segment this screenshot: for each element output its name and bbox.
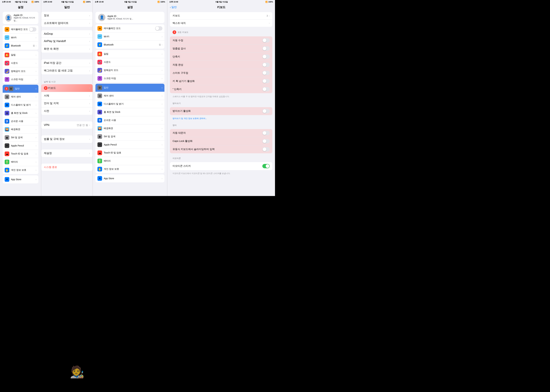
airplane-mode-1[interactable]: ✈ 에어플레인 모드 [3, 25, 38, 34]
p3-wallpaper[interactable]: 🌄 배경화면 › [95, 124, 164, 133]
touchid-item-1[interactable]: ☁ Touch ID 및 암호 › [3, 150, 38, 158]
wallpaper-item-1[interactable]: 🌄 배경화면 › [3, 126, 38, 133]
accessibility-item-1[interactable]: ♿ 손쉬운 사용 › [3, 117, 38, 126]
kb-autocomplete[interactable]: 자동 완성 [170, 61, 272, 69]
p3-bluetooth-label: Bluetooth [104, 43, 159, 46]
p3-sound-chevron: › [162, 61, 162, 63]
gen-info[interactable]: 정보 › [41, 12, 93, 20]
kb-smartpunct[interactable]: 스마트 구두점 [170, 69, 272, 77]
gen-system-btn[interactable]: 시스템 종료 [41, 164, 93, 171]
p3-battery[interactable]: 🔋 배터리 › [95, 157, 164, 165]
p3-accessibility[interactable]: ♿ 손쉬운 사용 › [95, 116, 164, 124]
wifi-item-1[interactable]: 〰 Wi-Fi › [3, 34, 38, 42]
homescreen-item-1[interactable]: ⊞ 홈 화면 및 Dock › [3, 109, 38, 117]
gen-font[interactable]: 서체 › [41, 92, 93, 100]
kb-charpreview-toggle[interactable] [262, 79, 270, 83]
display-item-1[interactable]: AA 디스플레이 및 밝기 › [3, 101, 38, 109]
p3-privacy[interactable]: ✋ 개인 정보 보호 › [95, 165, 164, 173]
kb-spellcheck[interactable]: 맞춤법 검사 [170, 44, 272, 53]
panel3-scroll[interactable]: 👤 Apple ID Apple ID, iCloud, 미디어 및... ✈ … [93, 10, 167, 196]
back-button[interactable]: ‹ 일반 [170, 6, 177, 9]
profile-row-3[interactable]: 👤 Apple ID Apple ID, iCloud, 미디어 및... [95, 12, 164, 23]
kb-smartpunct-toggle[interactable] [262, 71, 270, 75]
kb-autocorrect-toggle[interactable] [262, 38, 270, 42]
kb-autocap-toggle[interactable] [262, 131, 270, 135]
bluetooth-item-1[interactable]: ⚡ Bluetooth 컴 › [3, 42, 38, 50]
kb-keyboards-item[interactable]: 키보드 3 › [170, 12, 272, 20]
sound-item-1[interactable]: 🔊 사운드 › [3, 59, 38, 67]
kb-doubletap[interactable]: " 단축키 [170, 85, 272, 93]
gen-airdrop[interactable]: AirDrop › [41, 30, 93, 38]
general-item-1[interactable]: 1 ⚙ 일반 › [3, 85, 38, 93]
battery-item-1[interactable]: 🔋 배터리 › [3, 158, 38, 166]
kb-capslock[interactable]: Caps Lock 활성화 [170, 137, 272, 145]
p3-display[interactable]: AA 디스플레이 및 밝기 › [95, 100, 164, 108]
kb-memoji[interactable]: 미모티콘 스티커 [170, 162, 272, 170]
kb-autocap[interactable]: 자동 대문자 [170, 129, 272, 137]
gen-legal[interactable]: 법률 및 규제 정보 › [41, 135, 93, 143]
back-label[interactable]: 일반 [171, 6, 177, 9]
kb-autocomplete-toggle[interactable] [262, 63, 270, 67]
kb-doubletap-toggle[interactable] [262, 87, 270, 91]
profile-row-1[interactable]: 👤 Apple ID Apple ID, iCloud, 미디어 및... [3, 12, 38, 24]
gen-storage[interactable]: iPad 저장 공간 › [41, 59, 93, 67]
dnd-item-1[interactable]: 🌙 방해금지 모드 › [3, 67, 38, 75]
kb-slidetyping[interactable]: 유동식 키보드에서 슬라이딩하여 입력 [170, 145, 272, 153]
gen-dict[interactable]: 사전 › [41, 107, 93, 115]
status-bar-4: 오후 10:40 6월 9일 수요일 📶 100% [167, 0, 275, 4]
p3-display-icon: AA [97, 102, 102, 106]
kb-memoji-toggle[interactable] [262, 164, 270, 168]
siri-item-1[interactable]: ◉ Siri 및 검색 › [3, 133, 38, 142]
p3-touchid[interactable]: ☁ Touch ID 및 암호 › [95, 149, 164, 157]
dictation-link[interactable]: 받아쓰기 및 개인 정보 보호에 관하여... [172, 117, 207, 119]
p3-screentime-icon: ⏱ [97, 76, 102, 81]
gen-keyboard[interactable]: 2 키보드 › [41, 84, 93, 92]
p3-homescreen[interactable]: ⊞ 홈 화면 및 Dock › [95, 108, 164, 116]
appstore-item-1[interactable]: A App Store › [3, 175, 38, 183]
display-chevron-1: › [36, 104, 36, 106]
kb-spellcheck-toggle[interactable] [262, 46, 270, 51]
p3-control[interactable]: ⊞ 제어 센터 › [95, 92, 164, 100]
pencil-item-1[interactable]: ✏ Apple Pencil › [3, 142, 38, 150]
date-4: 6월 9일 수요일 [216, 1, 228, 3]
p3-pencil[interactable]: ✏ Apple Pencil › [95, 141, 164, 149]
p3-dnd[interactable]: 🌙 방해금지 모드 › [95, 66, 164, 74]
p3-appstore[interactable]: A App Store › [95, 175, 164, 182]
gen-langregion[interactable]: 언어 및 지역 › [41, 100, 93, 107]
p3-general[interactable]: ⚙ 일반 › [95, 84, 164, 92]
kb-slidetyping-toggle[interactable] [262, 147, 270, 152]
p3-bluetooth[interactable]: ⚡ Bluetooth 컴 › [95, 41, 164, 49]
status-icons-1: 📶 100% [31, 1, 39, 3]
kb-charpreview[interactable]: 키 획 넘기기 활성화 [170, 77, 272, 85]
panel2-scroll[interactable]: 정보 › 소프트웨어 업데이트 › AirDrop › AirPlay 및 Ha… [41, 10, 93, 196]
gen-vpn[interactable]: VPN 연결 안 됨 › [41, 121, 93, 129]
airplane-toggle-1[interactable] [29, 27, 36, 32]
panel1-scroll[interactable]: 👤 Apple ID Apple ID, iCloud, 미디어 및... ✈ … [0, 10, 41, 196]
gen-pip[interactable]: 화면 속 화면 › [41, 45, 93, 53]
gen-reset[interactable]: 재설정 › [41, 149, 93, 157]
gen-update[interactable]: 소프트웨어 업데이트 › [41, 20, 93, 27]
gen-bgrefresh[interactable]: 백그라운드 앱 새로 고침 › [41, 67, 93, 74]
p3-airplane-toggle[interactable] [155, 26, 162, 31]
gen-airplay[interactable]: AirPlay 및 Handoff › [41, 38, 93, 45]
privacy-item-1[interactable]: ✋ 개인 정보 보호 › [3, 166, 38, 174]
kb-textreplacement-item[interactable]: 텍스트 대치 › [170, 20, 272, 27]
p3-screentime[interactable]: ⏱ 스크린 타임 › [95, 74, 164, 82]
kb-capslock-toggle[interactable] [262, 139, 270, 143]
p3-sound[interactable]: 🔊 사운드 › [95, 58, 164, 66]
p3-siri[interactable]: ◉ Siri 및 검색 › [95, 133, 164, 141]
p3-alarm[interactable]: 🔔 알림 › [95, 50, 164, 58]
kb-autocorrect[interactable]: 자동 수정 [170, 36, 272, 44]
keyboard-scroll[interactable]: 키보드 3 › 텍스트 대치 › 3 모든 키보드 자동 수정 맞춤법 검사 [167, 11, 275, 196]
kb-shortcut[interactable]: 단축키 [170, 53, 272, 61]
p3-screentime-label: 스크린 타임 [104, 77, 162, 80]
kb-dictation-toggle[interactable] [262, 109, 270, 113]
kb-shortcut-toggle[interactable] [262, 55, 270, 59]
screentime-item-1[interactable]: ⏱ 스크린 타임 › [3, 75, 38, 83]
alarm-item-1[interactable]: 🔔 알림 › [3, 51, 38, 59]
control-item-1[interactable]: ⊞ 제어 센터 › [3, 93, 38, 101]
p3-wifi[interactable]: 〰 Wi-Fi › [95, 33, 164, 41]
kb-dictation[interactable]: 받아쓰기 활성화 [170, 107, 272, 115]
p3-general-label: 일반 [104, 86, 162, 89]
p3-airplane[interactable]: ✈ 에어플레인 모드 [95, 24, 164, 33]
